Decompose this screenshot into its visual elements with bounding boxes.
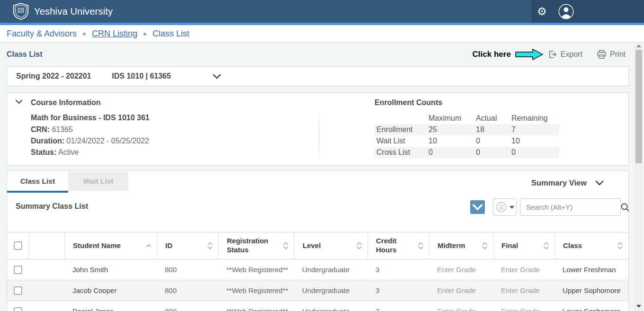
course-information-card: Course Information Math for Business - I… (7, 92, 629, 166)
chevron-down-icon (213, 74, 221, 79)
crn-value: 61365 (52, 125, 73, 133)
email-button[interactable] (470, 200, 485, 214)
tools-dropdown-button[interactable] (493, 198, 517, 216)
student-name-cell[interactable]: Daniel Jones (64, 301, 157, 311)
level-cell: Undergraduate (294, 280, 367, 301)
header-id[interactable]: ID (157, 232, 218, 259)
status-label: Status: (31, 148, 56, 156)
profile-avatar-icon[interactable] (558, 4, 574, 19)
sort-both-icon[interactable] (617, 242, 623, 249)
tab-wait-list-label: Wait List (83, 177, 113, 186)
search-container (520, 198, 621, 216)
col-remaining: Remaining (510, 114, 559, 123)
tab-wait-list[interactable]: Wait List (68, 172, 128, 191)
annotation-click-here: Click here (473, 50, 511, 59)
collapse-chevron-down-icon[interactable] (15, 99, 23, 104)
final-grade-link[interactable]: Enter Grade (493, 280, 555, 301)
page-toolbar: Class List Click here Export (0, 43, 644, 66)
sort-both-icon[interactable] (482, 242, 487, 249)
course-title: Math for Business - IDS 1010 361 (31, 114, 150, 122)
export-label: Export (561, 50, 582, 59)
print-label: Print (610, 50, 626, 59)
header-level[interactable]: Level (294, 232, 367, 259)
header-class[interactable]: Class (555, 232, 628, 259)
summary-view-label: Summary View (531, 178, 587, 187)
column-settings-icon (496, 202, 507, 213)
duration-label: Duration: (31, 137, 64, 145)
cell-value: 10 (510, 137, 559, 145)
table-row: Daniel Jones 800 **Web Registered** Unde… (7, 301, 628, 311)
row-label: Enrollment (375, 125, 427, 134)
course-information-heading: Course Information (31, 98, 101, 107)
enrollment-counts-table: Maximum Actual Remaining Enrollment 25 1… (375, 113, 559, 158)
summary-class-list-heading: Summary Class List (16, 202, 88, 211)
sort-both-icon[interactable] (207, 242, 213, 249)
status-line: Status: Active (31, 148, 79, 157)
student-name-cell[interactable]: Jacob Cooper (64, 280, 157, 301)
breadcrumb-class-list[interactable]: Class List (152, 29, 189, 39)
print-button[interactable]: Print (597, 50, 626, 59)
summary-view-selector[interactable]: Summary View (531, 178, 604, 187)
class-list-card: Class List Wait List Summary View Summar… (7, 170, 629, 311)
cell-value: 0 (427, 148, 474, 157)
cell-value: 10 (427, 137, 474, 145)
table-header-row: Student Name ID Registration Status (7, 232, 628, 259)
cell-value: 7 (510, 125, 559, 134)
settings-gear-icon[interactable]: ⚙ (537, 6, 547, 17)
select-all-checkbox[interactable] (14, 241, 22, 250)
sort-both-icon[interactable] (418, 242, 423, 249)
tab-class-list[interactable]: Class List (7, 172, 68, 191)
sort-both-icon[interactable] (283, 242, 288, 249)
midterm-grade-link[interactable]: Enter Grade (429, 301, 493, 311)
breadcrumb-separator-dot (83, 33, 86, 36)
search-icon[interactable] (620, 203, 630, 212)
active-tab-underline (7, 191, 68, 193)
cell-value: 0 (474, 137, 510, 145)
search-input[interactable] (526, 203, 620, 211)
credit-hours-cell: 3 (367, 280, 429, 301)
header-credit-hours[interactable]: Credit Hours (367, 232, 429, 259)
brand-name: Yeshiva University (34, 6, 113, 17)
final-grade-link[interactable]: Enter Grade (493, 301, 555, 311)
header-final[interactable]: Final (493, 232, 555, 259)
term-value: Spring 2022 - 202201 (16, 72, 91, 80)
row-checkbox[interactable] (14, 286, 22, 295)
export-button[interactable]: Export (548, 50, 582, 59)
midterm-grade-link[interactable]: Enter Grade (429, 259, 493, 280)
breadcrumb-crn-listing[interactable]: CRN Listing (92, 29, 137, 39)
sort-both-icon[interactable] (544, 242, 549, 249)
header-label: Registration Status (227, 237, 280, 255)
final-grade-link[interactable]: Enter Grade (493, 259, 555, 280)
col-maximum: Maximum (427, 114, 474, 123)
term-course-selector[interactable]: Spring 2022 - 202201 IDS 1010 | 61365 (7, 66, 629, 86)
row-checkbox[interactable] (14, 307, 22, 311)
class-standing-cell: Lower Freshman (555, 259, 628, 280)
wait-list-row: Wait List 10 0 10 (375, 135, 559, 147)
midterm-grade-link[interactable]: Enter Grade (429, 280, 493, 301)
course-value: IDS 1010 | 61365 (112, 72, 171, 80)
student-table: Student Name ID Registration Status (7, 232, 628, 311)
sort-asc-icon[interactable] (146, 244, 151, 248)
scrollbar-thumb[interactable] (635, 50, 642, 163)
col-actual: Actual (474, 114, 510, 123)
crn-line: CRN: 61365 (31, 125, 73, 134)
level-cell: Undergraduate (294, 259, 367, 280)
header-midterm[interactable]: Midterm (429, 232, 493, 259)
header-student-name[interactable]: Student Name (64, 232, 157, 259)
sort-both-icon[interactable] (357, 242, 362, 249)
breadcrumb-faculty-advisors[interactable]: Faculty & Advisors (7, 29, 77, 39)
header-registration-status[interactable]: Registration Status (218, 232, 294, 259)
scroll-up-arrow-icon[interactable] (636, 44, 641, 47)
scroll-down-arrow-icon[interactable] (636, 305, 641, 308)
student-name-cell[interactable]: John Smith (64, 259, 157, 280)
vertical-scrollbar[interactable] (635, 43, 643, 311)
chevron-down-icon (595, 180, 604, 186)
id-cell: 800 (157, 280, 218, 301)
breadcrumb-separator-dot (143, 33, 146, 36)
crn-label: CRN: (31, 125, 50, 133)
row-label: Cross List (375, 148, 427, 157)
cell-value: 0 (474, 148, 510, 157)
header-label: ID (165, 241, 172, 250)
id-cell: 800 (157, 301, 218, 311)
row-checkbox[interactable] (14, 266, 22, 274)
